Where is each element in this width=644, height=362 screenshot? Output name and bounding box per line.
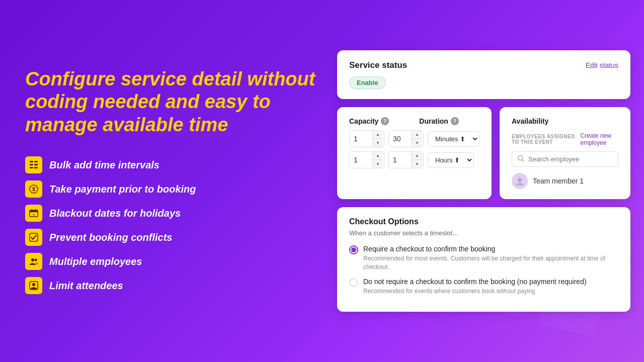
svg-rect-3 <box>34 164 38 165</box>
employees-icon <box>25 253 42 270</box>
feature-item-bulk-add: Bulk add time intervals <box>25 156 317 173</box>
service-status-card: Service status Edit status Enable <box>337 50 630 99</box>
create-employee-link[interactable]: Create new employee <box>581 132 619 146</box>
capacity-duration-card: Capacity ? Duration ? ▲ ▼ <box>337 107 492 199</box>
svg-rect-1 <box>34 161 38 162</box>
duration-unit-select-2[interactable]: Hours ⬆ Minutes <box>428 152 474 168</box>
team-member-avatar <box>512 173 528 189</box>
enable-badge: Enable <box>349 76 386 89</box>
capacity-help-icon[interactable]: ? <box>381 117 389 125</box>
duration-spin-up-1[interactable]: ▲ <box>412 131 422 139</box>
checkout-subtitle: When a customer selects a timeslot... <box>349 229 618 237</box>
duration-spin-1: ▲ ▼ <box>412 131 422 147</box>
capacity-label: Capacity ? <box>349 117 389 125</box>
feature-item-attendees: Limit attendees <box>25 277 317 294</box>
feature-list: Bulk add time intervals $ Take payment p… <box>25 156 317 294</box>
duration-spin-2: ▲ ▼ <box>412 152 422 168</box>
search-icon <box>517 155 524 163</box>
feature-text-blackout: Blackout dates for holidays <box>49 208 181 219</box>
feature-item-conflicts: Prevent booking conflicts <box>25 229 317 246</box>
capacity-field-2[interactable] <box>350 152 372 168</box>
employees-header: EMPLOYEES ASSIGNED TO THIS EVENT Create … <box>512 132 618 146</box>
svg-point-20 <box>518 178 522 182</box>
employee-search-input[interactable] <box>528 155 613 163</box>
capacity-duration-row2: ▲ ▼ ▲ ▼ Hours ⬆ Minutes <box>349 151 479 168</box>
duration-unit-select-1[interactable]: Minutes ⬆ Hours <box>428 131 479 147</box>
capacity-spin-up-2[interactable]: ▲ <box>373 152 383 160</box>
capacity-spin-down-1[interactable]: ▼ <box>373 139 383 147</box>
duration-field-1[interactable] <box>389 131 412 147</box>
capacity-input-2[interactable]: ▲ ▼ <box>349 151 384 168</box>
capacity-spin-1: ▲ ▼ <box>372 131 383 147</box>
duration-spin-down-1[interactable]: ▼ <box>412 139 422 147</box>
payment-icon: $ <box>25 180 42 198</box>
duration-label: Duration ? <box>419 117 459 125</box>
team-member-row: Team member 1 <box>512 173 618 189</box>
checkout-option-1-desc: Recommended for most events. Customers w… <box>363 254 618 272</box>
capacity-duration-row1: ▲ ▼ ▲ ▼ Minutes ⬆ Hours <box>349 130 479 147</box>
capacity-duration-header: Capacity ? Duration ? <box>349 117 479 125</box>
svg-rect-0 <box>30 161 33 162</box>
feature-text-employees: Multiple employees <box>49 256 142 267</box>
feature-text-conflicts: Prevent booking conflicts <box>49 232 172 243</box>
svg-point-15 <box>35 259 37 261</box>
feature-item-employees: Multiple employees <box>25 253 317 270</box>
middle-row: Capacity ? Duration ? ▲ ▼ <box>337 107 630 199</box>
service-status-header: Service status Edit status <box>349 60 618 70</box>
service-status-title: Service status <box>349 60 407 70</box>
svg-point-17 <box>32 283 35 286</box>
svg-text:+: + <box>33 213 35 217</box>
capacity-spin-2: ▲ ▼ <box>372 152 383 168</box>
blackout-icon: + <box>25 205 42 222</box>
svg-point-14 <box>31 258 34 261</box>
feature-text-payment: Take payment prior to booking <box>49 184 196 195</box>
checkout-option-1-label[interactable]: Require a checkout to confirm the bookin… <box>349 245 618 272</box>
availability-card: Availability EMPLOYEES ASSIGNED TO THIS … <box>500 107 630 199</box>
feature-text-attendees: Limit attendees <box>49 280 123 292</box>
checkout-option-1-main: Require a checkout to confirm the bookin… <box>363 245 618 253</box>
svg-text:$: $ <box>32 186 35 192</box>
feature-item-blackout: + Blackout dates for holidays <box>25 205 317 222</box>
checkout-radio-2[interactable] <box>349 278 358 287</box>
checkout-title: Checkout Options <box>349 217 618 226</box>
capacity-spin-up-1[interactable]: ▲ <box>373 131 383 139</box>
checkout-radio-inner-1 <box>351 247 356 252</box>
duration-help-icon[interactable]: ? <box>451 117 459 125</box>
availability-title: Availability <box>512 117 618 125</box>
capacity-input-1[interactable]: ▲ ▼ <box>349 130 384 147</box>
duration-spin-up-2[interactable]: ▲ <box>412 152 422 160</box>
feature-text-bulk-add: Bulk add time intervals <box>49 159 159 171</box>
svg-rect-4 <box>30 167 33 168</box>
capacity-spin-down-2[interactable]: ▼ <box>373 160 383 168</box>
svg-rect-5 <box>34 167 38 168</box>
duration-field-2[interactable] <box>389 152 412 168</box>
capacity-field-1[interactable] <box>350 131 372 147</box>
checkout-option-1[interactable]: Require a checkout to confirm the bookin… <box>349 245 618 272</box>
duration-input-2[interactable]: ▲ ▼ <box>388 151 424 168</box>
attendees-icon <box>25 277 42 294</box>
duration-input-1[interactable]: ▲ ▼ <box>388 130 424 147</box>
checkout-radio-1[interactable] <box>349 245 358 254</box>
bulk-add-icon <box>25 156 42 173</box>
svg-line-19 <box>522 160 524 162</box>
conflicts-icon <box>25 229 42 246</box>
service-status-content: Service status Edit status Enable <box>349 60 618 89</box>
team-member-name: Team member 1 <box>533 177 584 185</box>
left-column: Configure service detail without coding … <box>25 20 317 342</box>
employees-assigned-label: EMPLOYEES ASSIGNED TO THIS EVENT <box>512 134 581 145</box>
feature-item-payment: $ Take payment prior to booking <box>25 180 317 198</box>
search-wrapper <box>512 151 618 167</box>
duration-spin-down-2[interactable]: ▼ <box>412 160 422 168</box>
svg-rect-9 <box>30 210 38 212</box>
edit-status-link[interactable]: Edit status <box>586 61 618 69</box>
hero-title: Configure service detail without coding … <box>25 68 317 137</box>
checkout-option-1-text: Require a checkout to confirm the bookin… <box>363 245 618 272</box>
svg-rect-2 <box>30 164 33 165</box>
